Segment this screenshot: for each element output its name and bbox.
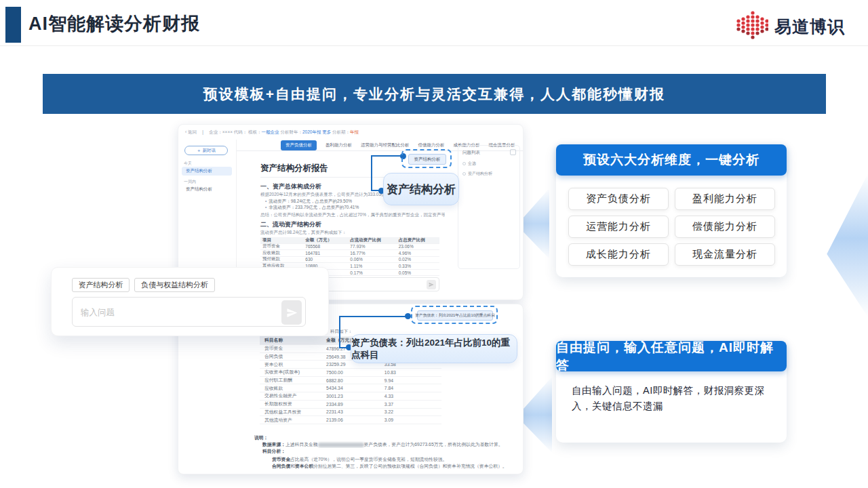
bullet-item: 流动资产：98.24亿元，占总资产的29.50% — [265, 199, 352, 205]
preset-tag-asset-structure[interactable]: 资产结构分析 — [72, 278, 130, 292]
panel-header: 自由提问，输入任意问题，AI即时解答 — [556, 341, 787, 371]
breadcrumb: ‹ 返回 | 企业：×××× 代码： 模板：一般企业 分析财年：2020年报 更… — [185, 129, 359, 136]
table-cell: 10.83 — [380, 370, 441, 375]
table-cell: 其他流动资产 — [260, 417, 321, 424]
dimension-button-growth[interactable]: 成长能力分析 — [568, 243, 669, 266]
dimension-button-solvency[interactable]: 偿债能力分析 — [675, 216, 775, 238]
sidebar-group-label: 一周内 — [184, 179, 196, 185]
table-cell: 其他权益工具投资 — [260, 409, 321, 415]
analysis-label: 科目分析： — [262, 448, 285, 455]
table-cell: 资本公积 — [260, 361, 321, 368]
table-cell: 交易性金融资产 — [260, 392, 321, 399]
section-heading: 一、资产总体构成分析 — [260, 182, 321, 191]
panel-header: 预设六大分析维度，一键分析 — [556, 144, 787, 176]
table-row: 其他权益工具投资2231.433.22 — [260, 409, 441, 417]
back-link[interactable]: ‹ 返回 — [185, 129, 197, 134]
headline-banner: 预设模板+自由提问，专业分析与灵活交互兼得，人人都能秒懂财报 — [43, 74, 826, 114]
table-cell: 应收账款 — [260, 385, 321, 392]
table-header-cell: 科目名称 — [260, 337, 321, 344]
table-cell: 4.33 — [380, 394, 441, 399]
question-list-panel: 问题列表 全选 资产结构分析 — [458, 145, 520, 269]
panel-body-text: 自由输入问题，AI即时解答，财报洞察更深入，关键信息不遗漏 — [572, 383, 783, 414]
table-cell: 货币资金 — [260, 243, 303, 249]
question-tag[interactable]: 资产结构分析 — [408, 154, 446, 165]
table-header-cell: 占总资产比例 — [397, 237, 439, 243]
sidebar-group-label: 今天 — [184, 161, 192, 167]
bullet-item: 非流动资产：233.79亿元，占总资产的70.41% — [265, 205, 359, 211]
sidebar-item-report[interactable]: 资产结构分析 — [182, 185, 232, 194]
table-cell: 长期股权投资 — [260, 401, 321, 407]
preset-dimensions-panel: 预设六大分析维度，一键分析 资产负债分析 盈利能力分析 运营能力分析 偿债能力分… — [556, 144, 787, 277]
table-cell: 应付职工薪酬 — [260, 377, 321, 384]
table-cell: 765568 — [303, 244, 348, 249]
table-row: 交易性金融资产3001.234.33 — [260, 392, 441, 401]
send-button[interactable] — [427, 280, 436, 289]
sidebar-item-report[interactable]: 资产结构分析 — [182, 167, 232, 176]
table-cell: 630 — [303, 257, 348, 262]
table-cell: 0.33% — [397, 264, 439, 268]
free-question-panel: 自由提问，输入任意问题，AI即时解答 自由输入问题，AI即时解答，财报洞察更深入… — [556, 341, 787, 443]
table-cell: 3.09 — [380, 418, 441, 422]
connector-line — [339, 316, 340, 348]
query-card: 资产结构分析 负债与权益结构分析 输入问题 — [51, 267, 329, 336]
question-item[interactable]: 全选 — [462, 161, 476, 167]
question-item[interactable]: 资产结构分析 — [462, 171, 492, 177]
tab-profitability[interactable]: 盈利能力分析 — [326, 142, 352, 148]
collapse-icon[interactable] — [510, 149, 516, 155]
headline-text: 预设模板+自由提问，专业分析与灵活交互兼得，人人都能秒懂财报 — [203, 85, 665, 104]
table-cell: 预付账款 — [260, 256, 303, 262]
decor-wedge — [823, 174, 868, 317]
tab-operation[interactable]: 运营能力与经营配比分析 — [361, 142, 410, 148]
connector-line — [339, 316, 410, 317]
table-cell: 164781 — [303, 251, 348, 256]
table-row: 应付职工薪酬6882.809.94 — [260, 377, 441, 385]
question-input[interactable]: 输入问题 — [72, 297, 306, 327]
table-cell: 3.22 — [380, 409, 441, 414]
tab-balance-sheet[interactable]: 资产负债分析 — [281, 140, 317, 150]
table-row: 长期股权投资2334.893.37 — [260, 401, 441, 409]
answer-intro: 科目如下： — [330, 329, 353, 335]
table-cell: 2231.43 — [321, 409, 380, 414]
table-cell: 4.96% — [397, 251, 439, 256]
table-cell: 7.84 — [380, 386, 441, 390]
new-chat-button[interactable]: ＋ 新对话 — [184, 146, 228, 155]
table-cell: 16.77% — [348, 251, 396, 256]
connector-dot — [405, 313, 411, 319]
callout-dashed-box: 资产负债表：列出2021年占比前10的重点科目 — [411, 306, 498, 324]
table-cell: 3001.23 — [321, 394, 380, 399]
table-cell: 77.93% — [348, 244, 396, 249]
table-cell: 3.37 — [380, 402, 441, 407]
preset-tag-liability-equity[interactable]: 负债与权益结构分析 — [134, 278, 215, 292]
report-title: 资产结构分析报告 — [260, 163, 328, 174]
dimension-button-operation[interactable]: 运营能力分析 — [568, 216, 669, 238]
dimension-button-balance[interactable]: 资产负债分析 — [568, 188, 669, 210]
page: AI智能解读分析财报 易道博识 预设模板+自由提问 — [0, 0, 868, 488]
logo-dots-icon — [736, 11, 768, 42]
table-row: 应收账款16478116.77%4.96% — [260, 250, 439, 257]
table-cell: 0.05% — [397, 270, 439, 275]
question-tag[interactable]: 资产负债表：列出2021年占比前10的重点科目 — [417, 310, 493, 321]
table-cell: 2139.06 — [321, 418, 380, 422]
page-title: AI智能解读分析财报 — [28, 12, 200, 36]
paragraph: 流动资产总计98.24亿元，其资产构成如下： — [260, 230, 445, 236]
dimension-button-profit[interactable]: 盈利能力分析 — [675, 188, 775, 210]
radio-icon[interactable] — [462, 172, 466, 176]
send-button[interactable] — [281, 300, 302, 325]
table-cell: 0.06% — [348, 257, 396, 262]
table-row: 货币资金76556877.93%23.06% — [260, 244, 439, 251]
radio-icon[interactable] — [462, 162, 466, 165]
dimension-button-cashflow[interactable]: 现金流量分析 — [675, 243, 775, 266]
table-cell: 1.11% — [348, 264, 396, 268]
table-header-cell: 项目 — [260, 237, 303, 243]
redacted-text — [318, 443, 364, 447]
paragraph: 总结：公司资产结构以非流动资产为主，占比超过70%，属于典型的重资产型企业，固定… — [260, 212, 445, 218]
table-cell: 6882.80 — [321, 378, 380, 383]
tab-solvency[interactable]: 偿债能力分析 — [418, 142, 445, 148]
table-header-cell: 金额（万元） — [303, 237, 348, 243]
table-header: 项目金额（万元）占流动资产比例占总资产比例 — [260, 237, 439, 244]
table-cell: 实收资本(或股本) — [260, 369, 321, 375]
table-cell: 0.02% — [397, 257, 439, 262]
notes-label: 说明： — [254, 434, 268, 441]
table-cell: 0.17% — [348, 270, 396, 275]
table-cell: 应收账款 — [260, 250, 303, 256]
